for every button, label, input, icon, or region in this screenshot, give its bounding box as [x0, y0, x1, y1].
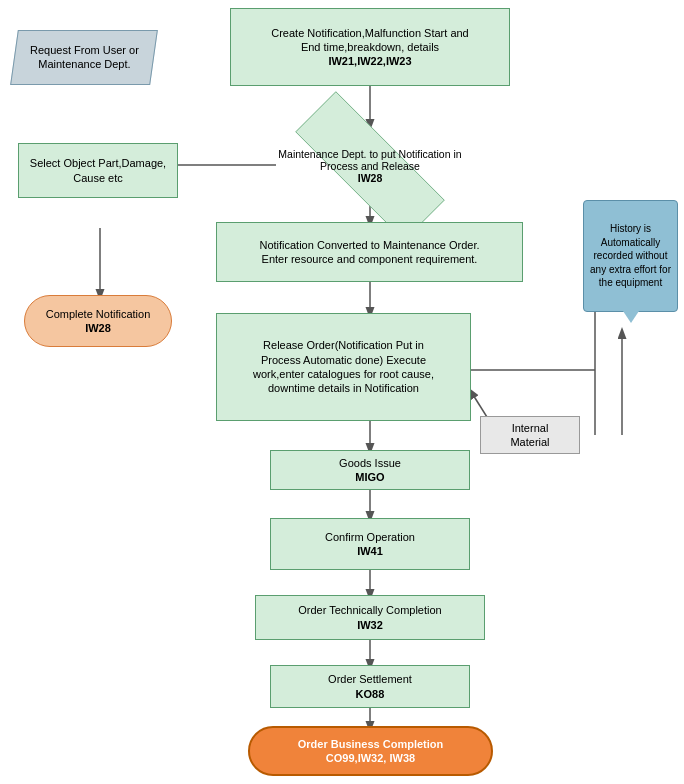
order-technically-label: Order Technically CompletionIW32 — [298, 603, 441, 632]
confirm-operation-box: Confirm OperationIW41 — [270, 518, 470, 570]
goods-issue-code: MIGO — [355, 471, 384, 483]
create-notification-label: Create Notification,Malfunction Start an… — [271, 26, 469, 69]
select-object-box: Select Object Part,Damage,Cause etc — [18, 143, 178, 198]
release-order-box: Release Order(Notification Put inProcess… — [216, 313, 471, 421]
order-settlement-label: Order SettlementKO88 — [328, 672, 412, 701]
maintenance-diamond-wrapper: Maintenance Dept. to put Notification in… — [260, 125, 480, 207]
complete-notification-oval: Complete NotificationIW28 — [24, 295, 172, 347]
order-business-label: Order Business CompletionCO99,IW32, IW38 — [298, 737, 443, 766]
complete-notification-label: Complete NotificationIW28 — [46, 307, 151, 336]
history-label: History is Automatically recorded withou… — [590, 222, 671, 290]
internal-material-box: InternalMaterial — [480, 416, 580, 454]
order-settlement-box: Order SettlementKO88 — [270, 665, 470, 708]
order-settlement-code: KO88 — [356, 688, 385, 700]
confirm-operation-code: IW41 — [357, 545, 383, 557]
diagram: Request From User orMaintenance Dept. Cr… — [0, 0, 684, 784]
order-technically-code: IW32 — [357, 619, 383, 631]
notification-converted-label: Notification Converted to Maintenance Or… — [259, 238, 479, 267]
confirm-operation-label: Confirm OperationIW41 — [325, 530, 415, 559]
goods-issue-label: Goods IssueMIGO — [339, 456, 401, 485]
maintenance-diamond-label: Maintenance Dept. to put Notification in… — [278, 148, 461, 184]
notification-converted-box: Notification Converted to Maintenance Or… — [216, 222, 523, 282]
request-box: Request From User orMaintenance Dept. — [10, 30, 158, 85]
create-notification-code: IW21,IW22,IW23 — [328, 55, 411, 67]
select-object-label: Select Object Part,Damage,Cause etc — [30, 156, 166, 185]
order-technically-box: Order Technically CompletionIW32 — [255, 595, 485, 640]
request-label: Request From User orMaintenance Dept. — [30, 43, 139, 72]
order-business-oval: Order Business CompletionCO99,IW32, IW38 — [248, 726, 493, 776]
history-callout: History is Automatically recorded withou… — [583, 200, 678, 312]
internal-material-label: InternalMaterial — [510, 421, 549, 450]
goods-issue-box: Goods IssueMIGO — [270, 450, 470, 490]
maintenance-diamond-code: IW28 — [358, 172, 383, 184]
create-notification-box: Create Notification,Malfunction Start an… — [230, 8, 510, 86]
release-order-label: Release Order(Notification Put inProcess… — [253, 338, 434, 395]
